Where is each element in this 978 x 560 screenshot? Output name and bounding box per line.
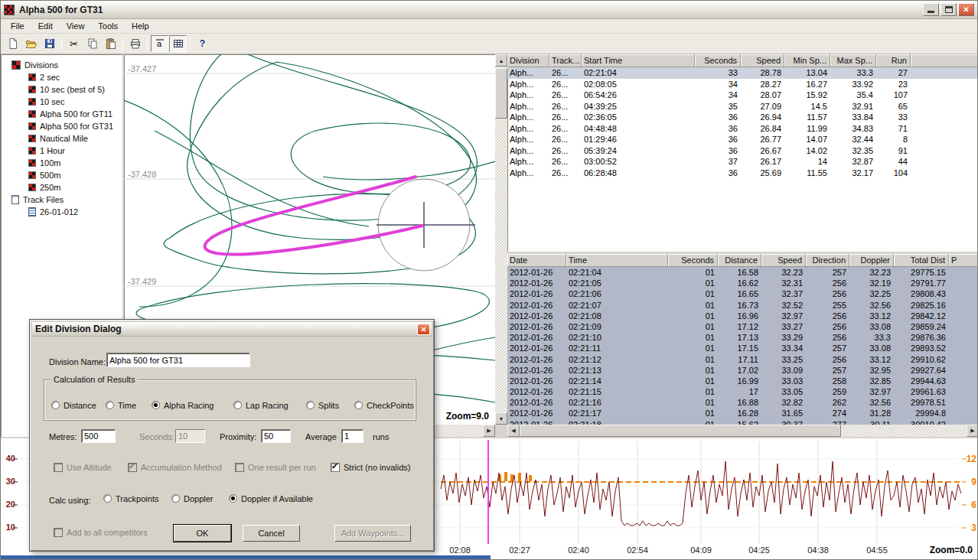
tree-root-track-files[interactable]: Track Files	[1, 194, 122, 206]
tree-item-500m[interactable]: 500m	[1, 169, 122, 181]
paste-icon[interactable]	[102, 35, 119, 52]
menu-edit[interactable]: Edit	[31, 20, 60, 32]
table-row[interactable]: 2012-01-2602:21:130117.0233.0925732.9529…	[507, 365, 978, 376]
tree-item-10-sec-best-of-5[interactable]: 10 sec (best of 5)	[1, 83, 122, 96]
column-header-seconds[interactable]: Seconds	[668, 254, 718, 267]
table-row[interactable]: 2012-01-2602:21:140116.9933.0325832.8529…	[507, 376, 978, 386]
table-row[interactable]: 2012-01-2602:21:110117.1533.3425733.0829…	[507, 343, 978, 353]
menu-help[interactable]: Help	[125, 20, 156, 32]
division-name-input[interactable]	[106, 353, 250, 367]
column-header-track[interactable]: Track...	[549, 54, 582, 67]
menu-view[interactable]: View	[60, 20, 92, 32]
column-header-min-sp[interactable]: Min Sp...	[784, 54, 830, 67]
column-header-total-dist[interactable]: Total Dist	[894, 254, 949, 267]
table-row[interactable]: 2012-01-2602:21:120117.1133.2525633.1229…	[507, 354, 978, 365]
tree-item-10-sec[interactable]: 10 sec	[1, 96, 122, 108]
average-input[interactable]	[341, 429, 363, 443]
radio-doppler-if-available[interactable]: Doppler if Available	[229, 493, 313, 503]
column-header-speed[interactable]: Speed	[741, 54, 784, 67]
column-header-max-sp[interactable]: Max Sp...	[830, 54, 876, 67]
tree-root-divisions[interactable]: Divisions	[1, 59, 122, 71]
tree-item-nautical-mile[interactable]: Nautical Mile	[1, 132, 122, 145]
maximize-button[interactable]	[941, 3, 957, 16]
scroll-track[interactable]	[495, 67, 507, 412]
close-button[interactable]	[958, 3, 974, 16]
dialog-title-bar[interactable]: Edit Division Dialog	[32, 322, 432, 337]
tree-item-100m[interactable]: 100m	[1, 157, 122, 169]
table-row[interactable]: Alph...26...02:21:043328.7813.0433.327	[507, 67, 978, 79]
column-header-direction[interactable]: Direction	[806, 254, 849, 267]
grid-icon[interactable]	[169, 35, 187, 52]
table-row[interactable]: Alph...26...06:54:263428.0715.9235.4107	[507, 90, 978, 101]
scroll-right-icon[interactable]: ▶	[967, 425, 978, 437]
table-row[interactable]: 2012-01-2602:21:040116.5832.2325732.2329…	[507, 267, 978, 278]
scroll-right-icon[interactable]: ▶	[483, 425, 495, 437]
scroll-track[interactable]	[520, 425, 967, 437]
table-row[interactable]: Alph...26...05:39:243626.6714.0232.3591	[507, 145, 978, 157]
radio-splits[interactable]: Splits	[306, 400, 339, 410]
scroll-left-icon[interactable]: ◀	[507, 425, 520, 437]
radio-alpha-racing[interactable]: Alpha Racing	[152, 400, 214, 410]
column-header-start-time[interactable]: Start Time	[582, 54, 695, 67]
radio-trackpoints[interactable]: Trackpoints	[103, 493, 158, 503]
scroll-down-icon[interactable]: ▼	[495, 412, 507, 425]
radio-lap-racing[interactable]: Lap Racing	[233, 400, 289, 410]
labels-icon[interactable]: a	[151, 35, 168, 52]
cut-icon[interactable]: ✂	[65, 35, 83, 52]
checkbox-strict-no-invalids[interactable]: Strict (no invalids)	[331, 462, 410, 472]
copy-icon[interactable]	[83, 35, 101, 52]
column-header-speed[interactable]: Speed	[761, 254, 806, 267]
table-row[interactable]: 2012-01-2602:21:15011733.0525932.9729961…	[507, 386, 978, 397]
proximity-input[interactable]	[261, 429, 291, 443]
help-icon[interactable]: ?	[194, 35, 211, 52]
dialog-close-button[interactable]	[417, 324, 430, 335]
save-icon[interactable]	[41, 35, 58, 52]
title-bar[interactable]: Alpha 500 for GT31	[1, 1, 977, 19]
column-header-run[interactable]: Run	[876, 54, 911, 67]
scroll-thumb[interactable]	[520, 425, 841, 437]
table-row[interactable]: Alph...26...04:48:483626.8411.9934.8371	[507, 123, 978, 135]
metres-input[interactable]	[81, 429, 116, 443]
scroll-up-icon[interactable]: ▲	[495, 54, 507, 67]
column-header-distance[interactable]: Distance	[718, 254, 761, 267]
tree-item-alpha-500-for-gt11[interactable]: Alpha 500 for GT11	[1, 108, 122, 120]
open-icon[interactable]	[22, 35, 40, 52]
table-row[interactable]: Alph...26...03:00:523726.171432.8744	[507, 156, 978, 168]
tree-item-alpha-500-for-gt31[interactable]: Alpha 500 for GT31	[1, 120, 122, 132]
table-row[interactable]: Alph...26...02:08:053428.2716.2733.9223	[507, 79, 978, 90]
column-header-doppler[interactable]: Doppler	[849, 254, 894, 267]
column-header-seconds[interactable]: Seconds	[695, 54, 741, 67]
radio-time[interactable]: Time	[106, 400, 136, 410]
minimize-button[interactable]	[923, 3, 939, 16]
radio-checkpoints[interactable]: CheckPoints	[354, 400, 414, 410]
column-header-date[interactable]: Date	[507, 254, 566, 267]
map-vertical-scrollbar[interactable]: ▲ ▼	[495, 54, 507, 425]
column-header-p[interactable]: P	[949, 254, 978, 267]
menu-tools[interactable]: Tools	[91, 20, 125, 32]
table-row[interactable]: 2012-01-2602:21:090117.1233.2725633.0829…	[507, 321, 978, 332]
results-horizontal-scrollbar[interactable]: ◀ ▶	[507, 425, 978, 437]
menu-file[interactable]: File	[4, 20, 31, 32]
ok-button[interactable]: OK	[174, 525, 231, 542]
table-row[interactable]: Alph...26...02:36:053626.9411.5733.8433	[507, 112, 978, 123]
table-row[interactable]: Alph...26...06:28:483625.6911.5532.17104	[507, 168, 978, 179]
tree-item-2-sec[interactable]: 2 sec	[1, 71, 122, 83]
table-row[interactable]: 2012-01-2602:21:070116.7332.5225532.5629…	[507, 300, 978, 311]
tree-item-26-01-012[interactable]: 26-01-012	[1, 206, 122, 218]
column-header-time[interactable]: Time	[566, 254, 668, 267]
table-row[interactable]: Alph...26...04:39:253527.0914.532.9165	[507, 101, 978, 112]
table-row[interactable]: Alph...26...01:29:463626.7714.0732.448	[507, 134, 978, 145]
scroll-thumb[interactable]	[495, 68, 507, 119]
tree-item-1-hour[interactable]: 1 Hour	[1, 145, 122, 157]
table-row[interactable]: 2012-01-2602:21:180115.6230.3727730.1130…	[507, 419, 978, 425]
table-row[interactable]: 2012-01-2602:21:170116.2831.6527431.2829…	[507, 408, 978, 418]
table-row[interactable]: 2012-01-2602:21:100117.1333.2925633.3298…	[507, 332, 978, 343]
radio-doppler[interactable]: Doppler	[171, 493, 214, 503]
print-icon[interactable]	[126, 35, 144, 52]
table-row[interactable]: 2012-01-2602:21:060116.6532.3725632.2529…	[507, 288, 978, 299]
radio-distance[interactable]: Distance	[51, 400, 96, 410]
table-row[interactable]: 2012-01-2602:21:080116.9632.9725633.1229…	[507, 311, 978, 321]
column-header-division[interactable]: Division	[507, 54, 549, 67]
table-row[interactable]: 2012-01-2602:21:050116.6232.3125632.1929…	[507, 278, 978, 288]
new-icon[interactable]	[4, 35, 21, 52]
